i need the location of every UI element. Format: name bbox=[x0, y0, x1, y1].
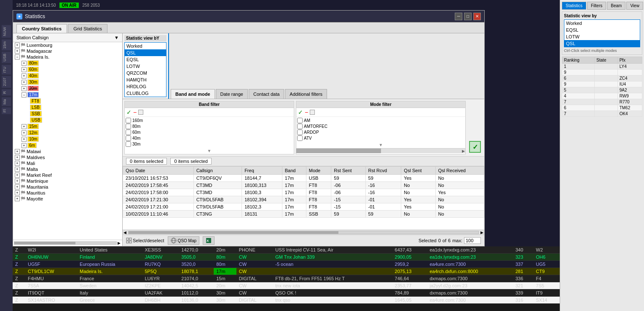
tree-expander-60m[interactable]: + bbox=[21, 67, 27, 72]
tree-item-ft8[interactable]: FT8 bbox=[13, 98, 122, 104]
tree-expander-madeira[interactable]: − bbox=[15, 54, 20, 59]
band-scroll-down[interactable]: ▼ bbox=[125, 148, 294, 154]
tree-item-madeira[interactable]: − 🏁 Madeira Is. bbox=[13, 54, 122, 60]
band-item-80m[interactable]: 80m bbox=[126, 124, 293, 129]
tree-expander-malawi[interactable]: + bbox=[15, 149, 20, 154]
sidebar-item-7[interactable]: Ma bbox=[2, 97, 11, 106]
tree-expander-6m[interactable]: + bbox=[21, 143, 27, 148]
tree-expander-80m[interactable]: + bbox=[21, 61, 27, 66]
log-table-row[interactable]: ZF4HMUFranceLU6YR21074,015mDIGITALFT8 db… bbox=[13, 275, 560, 282]
log-table-row[interactable]: ZSX14ASTROGreeceDH6BH10136,030mDIGITALtn… bbox=[13, 297, 560, 304]
sidebar-item-1[interactable]: NUW bbox=[2, 25, 11, 38]
tree-expander-madagascar[interactable]: + bbox=[15, 49, 20, 54]
table-row[interactable]: 24/02/2019 17:21:00CT9/DL5FAB18102,317mF… bbox=[123, 203, 484, 211]
stats-right-row[interactable]: 59A2 bbox=[562, 87, 642, 93]
stats-right-option-qsl[interactable]: QSL bbox=[564, 40, 640, 47]
th-qso-date[interactable]: Qso Date bbox=[123, 167, 194, 175]
tree-item-usb[interactable]: USB bbox=[13, 117, 122, 123]
tree-item-mauritius[interactable]: + 🏁 Mauritius bbox=[13, 190, 122, 196]
band-item-160m[interactable]: 160m bbox=[126, 118, 293, 123]
sidebar-item-3[interactable]: USB bbox=[2, 52, 11, 63]
qso-map-button[interactable]: QSO Map bbox=[168, 236, 199, 245]
tree-scroll-bar[interactable]: ▶ bbox=[13, 240, 122, 246]
statview-option-hamqth[interactable]: HAMQTH bbox=[125, 76, 166, 83]
minimize-button[interactable]: ─ bbox=[455, 13, 462, 20]
statview-option-lotw[interactable]: LOTW bbox=[125, 63, 166, 70]
statview-option-worked[interactable]: Worked bbox=[125, 43, 166, 49]
th-rst-rcvd[interactable]: Rst Rcvd bbox=[365, 167, 401, 175]
statview-option-hrdlog[interactable]: HRDLOG bbox=[125, 83, 166, 90]
stats-right-option-eqsl[interactable]: EQSL bbox=[564, 27, 640, 33]
hscroll-right-btn[interactable]: ▶ bbox=[480, 230, 484, 235]
filter-tab-band-mode[interactable]: Band and mode bbox=[171, 89, 215, 99]
table-row[interactable]: 10/02/2019 11:10:46CT3NG1813117mSSB5959N… bbox=[123, 211, 484, 218]
tree-item-luxembourg[interactable]: + 🏁 Luxembourg bbox=[13, 42, 122, 48]
tree-item-maldives[interactable]: + 🏁 Maldives bbox=[13, 154, 122, 160]
th-qsl-sent[interactable]: Qsl Sent bbox=[401, 167, 435, 175]
sidebar-item-8[interactable]: Fl bbox=[2, 108, 11, 114]
tree-expander-30m[interactable]: + bbox=[21, 80, 27, 85]
tab-country-stats[interactable]: Country Statistics bbox=[16, 24, 67, 33]
tree-item-mali[interactable]: + 🏁 Mali bbox=[13, 160, 122, 166]
tree-expander-mali[interactable]: + bbox=[15, 161, 20, 166]
tree-expander-mayotte[interactable]: + bbox=[15, 196, 20, 201]
th-mode[interactable]: Mode bbox=[306, 167, 331, 175]
tree-expander-malta[interactable]: + bbox=[15, 167, 20, 172]
stats-th-pfx[interactable]: Pfx bbox=[617, 57, 642, 64]
stats-tab-statistics[interactable]: Statistics bbox=[562, 2, 586, 10]
tree-item-15m[interactable]: + 15m bbox=[13, 123, 122, 130]
max-input[interactable] bbox=[464, 237, 481, 244]
stats-tab-filters[interactable]: Filters bbox=[587, 2, 606, 10]
hscroll-right-arrow[interactable]: ▶ bbox=[462, 149, 465, 154]
tree-expander-marketreef[interactable]: + bbox=[15, 173, 20, 178]
tree-item-12m[interactable]: + 12m bbox=[13, 130, 122, 136]
filter-tab-additional[interactable]: Additional filters bbox=[285, 89, 327, 99]
table-row[interactable]: 23/10/2021 16:57:53CT9/DF6QV18144,717mUS… bbox=[123, 175, 484, 182]
tree-item-6m[interactable]: + 6m bbox=[13, 142, 122, 149]
log-table-row[interactable]: Z7S5ASwedenIZ2KPE14042,520mCWtnx new iot… bbox=[13, 282, 560, 289]
stats-right-option-lotw[interactable]: LOTW bbox=[564, 33, 640, 40]
dropdown-icon[interactable]: ▼ bbox=[114, 35, 119, 40]
excel-button[interactable]: X bbox=[203, 236, 215, 245]
tree-expander-12m[interactable]: + bbox=[21, 130, 27, 135]
tree-item-marketreef[interactable]: + 🏁 Market Reef bbox=[13, 172, 122, 178]
apply-filter-button[interactable]: ✓ bbox=[469, 141, 481, 153]
mode-item-am[interactable]: AM bbox=[297, 118, 464, 123]
stats-right-row[interactable]: 6ZC4 bbox=[562, 76, 642, 81]
log-table-container[interactable]: ZW2IUnited StatesXE3ISS14270,020mPHONEUS… bbox=[13, 246, 560, 311]
log-table-row[interactable]: ZW2IUnited StatesXE3ISS14270,020mPHONEUS… bbox=[13, 246, 560, 254]
stats-right-row[interactable]: 1LY4 bbox=[562, 64, 642, 70]
stats-right-row[interactable]: 9IU4 bbox=[562, 81, 642, 87]
tree-container[interactable]: + 🏁 Luxembourg + 🏁 Madagascar − bbox=[13, 42, 122, 240]
mode-item-amtorfec[interactable]: AMTORFEC bbox=[297, 124, 464, 129]
table-row[interactable]: 24/02/2019 17:58:00CT3MD18100,317mFT8-06… bbox=[123, 189, 484, 196]
stats-right-option-worked[interactable]: Worked bbox=[564, 20, 640, 27]
tree-item-20m[interactable]: + 20m bbox=[13, 85, 122, 92]
filter-tab-date-range[interactable]: Date range bbox=[216, 89, 248, 99]
log-table-row[interactable]: ZIT9DQTItalyUA2FAK10112,030mCWQSO OK !78… bbox=[13, 289, 560, 297]
stats-th-state[interactable]: State bbox=[595, 57, 618, 64]
tree-item-80m[interactable]: + 80m bbox=[13, 60, 122, 66]
log-table-row[interactable]: ZOH6NUWFinlandJA8DNV3505,080mCWGM Tnx Jo… bbox=[13, 254, 560, 261]
sidebar-item-5[interactable]: 2107 bbox=[2, 76, 11, 88]
title-bar-controls[interactable]: ─ □ ✕ bbox=[455, 13, 481, 20]
band-item-30m[interactable]: 30m bbox=[126, 141, 293, 147]
band-item-40m[interactable]: 40m bbox=[126, 135, 293, 141]
stats-right-row[interactable]: 6TM62 bbox=[562, 105, 642, 111]
statview-option-qsl[interactable]: QSL bbox=[125, 49, 166, 56]
stats-tab-beam[interactable]: Beam bbox=[607, 2, 625, 10]
stats-tab-view[interactable]: View bbox=[626, 2, 643, 10]
tree-item-martinique[interactable]: + 🏁 Martinique bbox=[13, 178, 122, 184]
table-hscrollbar[interactable]: ◀ ▶ bbox=[123, 230, 484, 235]
th-callsign[interactable]: Callsign bbox=[193, 167, 241, 175]
statview-option-clublog[interactable]: CLUBLOG bbox=[125, 90, 166, 97]
select-deselect-label[interactable]: Select/deselect bbox=[133, 238, 164, 243]
sidebar-item-6[interactable]: R bbox=[2, 89, 11, 96]
tab-grid-stats[interactable]: Grid Statistics bbox=[68, 24, 107, 33]
tree-expander-15m[interactable]: + bbox=[21, 124, 27, 129]
qso-table-container[interactable]: Qso Date Callsign Freq Band Mode Rst Sen… bbox=[123, 166, 484, 230]
stats-right-row[interactable]: 9 bbox=[562, 70, 642, 76]
th-band[interactable]: Band bbox=[282, 167, 306, 175]
tree-item-malta[interactable]: + 🏁 Malta bbox=[13, 166, 122, 172]
th-freq[interactable]: Freq bbox=[242, 167, 282, 175]
